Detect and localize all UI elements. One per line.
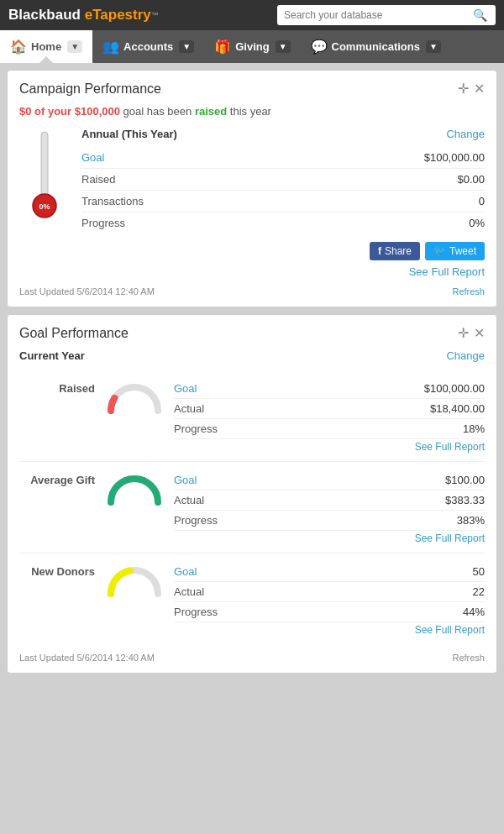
metric-row-value: 50 (473, 565, 485, 578)
metric-row: Progress 383% (174, 511, 485, 531)
nav-label-giving: Giving (235, 40, 269, 53)
active-indicator (39, 56, 53, 63)
campaign-refresh-link[interactable]: Refresh (452, 286, 485, 296)
campaign-detail-row: Raised$0.00 (81, 169, 485, 191)
goal-card-actions: ✛ ✕ (458, 325, 485, 341)
campaign-summary: $0 of your $100,000 goal has been raised… (19, 105, 485, 118)
search-button[interactable]: 🔍 (471, 8, 489, 22)
facebook-share-label: Share (385, 245, 412, 257)
campaign-change-link[interactable]: Change (446, 128, 485, 140)
accounts-icon: 👥 (102, 39, 119, 55)
campaign-body: 0% Annual (This Year) Change Goal$100,00… (19, 128, 485, 278)
metric-row-value: 44% (463, 606, 485, 618)
main-content: Campaign Performance ✛ ✕ $0 of your $100… (0, 63, 504, 680)
metric-row-value: $100,000.00 (424, 382, 485, 395)
twitter-tweet-button[interactable]: 🐦 Tweet (425, 242, 485, 260)
home-chevron[interactable]: ▼ (67, 40, 82, 53)
metric-label: Average Gift (19, 470, 95, 486)
facebook-icon: f (378, 245, 381, 257)
campaign-zero-amount: $0 of your (19, 105, 75, 118)
campaign-details: Annual (This Year) Change Goal$100,000.0… (81, 128, 485, 278)
accounts-chevron[interactable]: ▼ (179, 40, 194, 53)
goal-metric-average-gift: Average Gift Goal $100.00 Actual $383.33… (19, 462, 485, 553)
goal-change-link[interactable]: Change (446, 349, 485, 362)
nav-item-communications[interactable]: 💬 Communications ▼ (301, 30, 451, 63)
metric-row-label: Goal (174, 474, 197, 486)
communications-icon: 💬 (311, 39, 328, 55)
goal-card-header: Goal Performance ✛ ✕ (19, 325, 485, 341)
campaign-card-header: Campaign Performance ✛ ✕ (19, 81, 485, 97)
nav-item-giving[interactable]: 🎁 Giving ▼ (204, 30, 300, 63)
campaign-row-label: Raised (81, 173, 115, 186)
thermometer: 0% (19, 128, 70, 228)
campaign-row-value: 0% (469, 217, 485, 229)
gauge-average-gift (105, 470, 164, 508)
goal-card-footer: Last Updated 5/6/2014 12:40 AM Refresh (19, 653, 485, 663)
gauge-raised (105, 379, 164, 417)
metric-row: Actual $18,400.00 (174, 399, 485, 419)
metric-row-label: Actual (174, 585, 204, 598)
metric-row: Goal $100.00 (174, 470, 485, 490)
campaign-move-button[interactable]: ✛ (458, 81, 469, 97)
goal-metric-raised: Raised Goal $100,000.00 Actual $18,400.0… (19, 370, 485, 462)
facebook-share-button[interactable]: f Share (370, 242, 420, 260)
campaign-raised-word: raised (195, 105, 227, 118)
search-bar[interactable]: 🔍 (277, 5, 496, 25)
metric-row: Goal $100,000.00 (174, 379, 485, 399)
campaign-row-label: Transactions (81, 195, 144, 207)
campaign-detail-label: Annual (This Year) (81, 128, 177, 140)
campaign-row-label: Progress (81, 217, 125, 229)
campaign-close-button[interactable]: ✕ (474, 81, 485, 97)
metric-row-value: $100.00 (445, 474, 485, 486)
home-icon: 🏠 (10, 39, 27, 55)
campaign-detail-row: Goal$100,000.00 (81, 147, 485, 169)
metric-row-label: Goal (174, 565, 197, 578)
search-input[interactable] (284, 9, 471, 21)
metric-row-label: Progress (174, 606, 218, 618)
gauge-svg (105, 470, 164, 508)
nav-bar: 🏠 Home ▼ 👥 Accounts ▼ 🎁 Giving ▼ 💬 Commu… (0, 30, 504, 63)
goal-section-label: Current Year (19, 349, 85, 362)
see-full-report-average-gift[interactable]: See Full Report (174, 532, 485, 544)
campaign-detail-row: Progress0% (81, 212, 485, 233)
metric-row-value: $18,400.00 (430, 402, 485, 415)
communications-chevron[interactable]: ▼ (426, 40, 441, 53)
goal-move-button[interactable]: ✛ (458, 325, 469, 341)
twitter-tweet-label: Tweet (449, 245, 476, 257)
nav-item-home[interactable]: 🏠 Home ▼ (0, 30, 92, 63)
see-full-report-raised[interactable]: See Full Report (174, 441, 485, 453)
campaign-goal-amount: $100,000 (75, 105, 120, 118)
see-full-report-new-donors[interactable]: See Full Report (174, 624, 485, 636)
metric-row-label: Progress (174, 422, 218, 435)
svg-rect-0 (41, 132, 48, 199)
logo-etapestry: eTapestry (85, 7, 151, 24)
campaign-see-full-report-link[interactable]: See Full Report (409, 265, 485, 278)
metric-label: New Donors (19, 562, 95, 578)
campaign-row-label: Goal (81, 151, 104, 164)
metric-label: Raised (19, 379, 95, 395)
goal-refresh-link[interactable]: Refresh (452, 653, 485, 663)
metric-row-label: Goal (174, 382, 197, 395)
gauge-svg (105, 562, 164, 600)
metric-row: Progress 18% (174, 419, 485, 439)
metric-row-value: 383% (457, 514, 485, 527)
campaign-summary-end: this year (227, 105, 271, 118)
campaign-performance-card: Campaign Performance ✛ ✕ $0 of your $100… (7, 70, 497, 307)
metric-row-label: Actual (174, 494, 204, 506)
metric-details-new-donors: Goal 50 Actual 22 Progress 44% See Full … (174, 562, 485, 636)
metric-row: Actual $383.33 (174, 490, 485, 511)
campaign-row-value: 0 (479, 195, 485, 207)
giving-chevron[interactable]: ▼ (276, 40, 291, 53)
goal-performance-card: Goal Performance ✛ ✕ Current Year Change… (7, 314, 497, 674)
gauge-svg (105, 379, 164, 417)
metric-row: Goal 50 (174, 562, 485, 582)
logo-tm: ™ (151, 11, 159, 19)
metric-details-average-gift: Goal $100.00 Actual $383.33 Progress 383… (174, 470, 485, 544)
nav-item-accounts[interactable]: 👥 Accounts ▼ (92, 30, 204, 63)
giving-icon: 🎁 (214, 39, 231, 55)
logo: Blackbaud eTapestry ™ (8, 7, 159, 24)
metric-row-value: 22 (473, 585, 485, 598)
campaign-title: Campaign Performance (19, 81, 161, 97)
metric-row: Actual 22 (174, 582, 485, 602)
goal-close-button[interactable]: ✕ (474, 325, 485, 341)
